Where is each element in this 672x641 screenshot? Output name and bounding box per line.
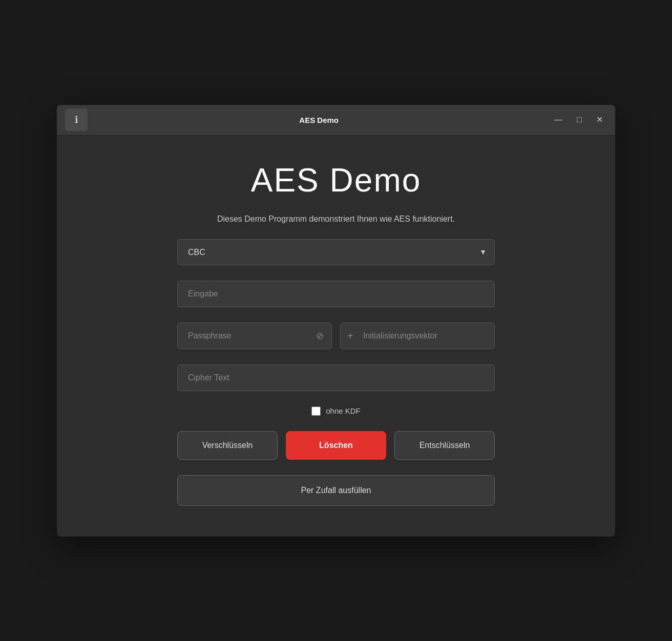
mode-select-wrapper: CBC ECB CTR GCM ▼ — [177, 239, 495, 265]
info-button[interactable]: ℹ — [65, 109, 88, 131]
ohne-kdf-row: ohne KDF — [311, 407, 361, 416]
verschluesseln-button[interactable]: Verschlüsseln — [177, 431, 278, 460]
passphrase-wrapper: ⊘ — [177, 323, 332, 349]
ohne-kdf-checkbox[interactable] — [311, 407, 321, 416]
app-description: Dieses Demo Programm demonstriert Ihnen … — [217, 215, 455, 224]
window-title: AES Demo — [88, 116, 550, 124]
main-content: AES Demo Dieses Demo Programm demonstrie… — [57, 136, 615, 537]
minimize-button[interactable]: — — [550, 114, 566, 126]
action-buttons-row: Verschlüsseln Löschen Entschlüsseln — [177, 431, 495, 460]
eingabe-input[interactable] — [177, 281, 495, 307]
cipher-text-input[interactable] — [177, 365, 495, 391]
loeschen-button[interactable]: Löschen — [286, 431, 386, 460]
passphrase-input[interactable] — [177, 323, 332, 349]
maximize-button[interactable]: □ — [573, 114, 586, 126]
titlebar: ℹ AES Demo — □ ✕ — [57, 105, 615, 136]
ohne-kdf-label: ohne KDF — [326, 407, 361, 415]
main-window: ℹ AES Demo — □ ✕ AES Demo Dieses Demo Pr… — [57, 105, 615, 537]
entschluesseln-button[interactable]: Entschlüsseln — [394, 431, 495, 460]
passphrase-iv-row: ⊘ + — [177, 323, 495, 349]
close-button[interactable]: ✕ — [592, 114, 607, 126]
window-controls: — □ ✕ — [550, 114, 607, 126]
eingabe-group — [177, 281, 495, 307]
app-heading: AES Demo — [251, 161, 422, 199]
per-zufall-button[interactable]: Per Zufall ausfüllen — [177, 475, 495, 506]
iv-wrapper: + — [340, 323, 495, 349]
toggle-password-button[interactable]: ⊘ — [314, 328, 326, 344]
cipher-wrapper — [177, 365, 495, 391]
eye-off-icon: ⊘ — [316, 331, 324, 341]
mode-select[interactable]: CBC ECB CTR GCM — [177, 239, 495, 265]
titlebar-left: ℹ — [65, 109, 88, 131]
iv-input[interactable] — [340, 323, 495, 349]
mode-dropdown-group: CBC ECB CTR GCM ▼ — [177, 239, 495, 265]
info-icon: ℹ — [75, 114, 78, 125]
